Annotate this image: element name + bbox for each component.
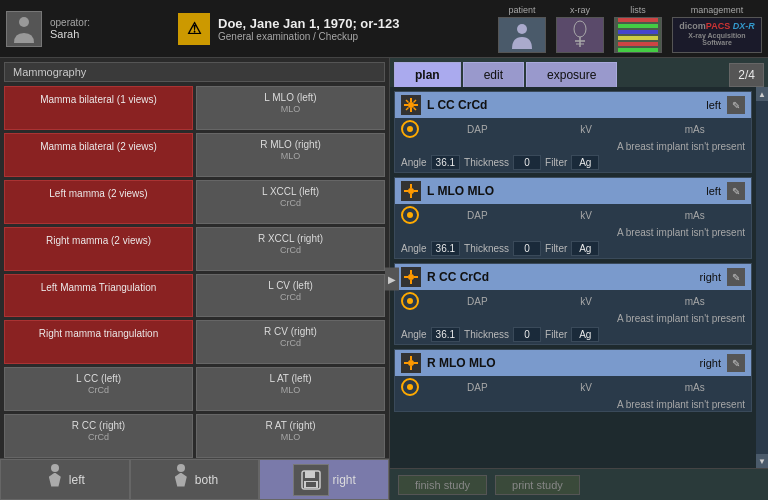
- exp-edit-3[interactable]: ✎: [727, 354, 745, 372]
- xray-nav[interactable]: x-ray: [556, 5, 604, 53]
- operator-label: operator:: [50, 17, 170, 28]
- exp-angle-row-1: Angle 36.1 Thickness 0 Filter Ag: [395, 239, 751, 258]
- both-button[interactable]: both: [130, 459, 260, 500]
- mammography-header: Mammography: [4, 62, 385, 82]
- exp-title-1: L MLO MLO: [427, 184, 700, 198]
- exp-title-2: R CC CrCd: [427, 270, 694, 284]
- thickness-val-2: 0: [513, 327, 541, 342]
- scroll-up[interactable]: ▲: [756, 87, 768, 101]
- lists-nav[interactable]: lists: [614, 5, 662, 53]
- exp-title-0: L CC CrCd: [427, 98, 700, 112]
- mammo-right-label-3: R XCCL (right): [201, 232, 380, 245]
- radiation-icon-0: [401, 95, 421, 115]
- exp-implant-2: A breast implant isn't present: [395, 312, 751, 325]
- thickness-label-1: Thickness: [464, 243, 509, 254]
- mas-label-3: mAs: [644, 382, 745, 393]
- exp-edit-2[interactable]: ✎: [727, 268, 745, 286]
- mammo-btn-4[interactable]: Left Mamma Triangulation: [4, 274, 193, 318]
- mammo-right-6[interactable]: L AT (left) MLO: [196, 367, 385, 411]
- tab-exposure[interactable]: exposure: [526, 62, 617, 87]
- exp-header-0: L CC CrCd left ✎: [395, 92, 751, 118]
- bottom-buttons: left both right: [0, 458, 389, 500]
- mammo-right-1[interactable]: R MLO (right) MLO: [196, 133, 385, 177]
- management-nav[interactable]: management dicomPACS DX-R X-ray Acquisit…: [672, 5, 762, 53]
- print-study-button[interactable]: print study: [495, 475, 580, 495]
- scrollbar[interactable]: ▲ ▼: [756, 87, 768, 468]
- tab-edit[interactable]: edit: [463, 62, 524, 87]
- operator-block: operator: Sarah: [50, 17, 170, 40]
- exp-header-2: R CC CrCd right ✎: [395, 264, 751, 290]
- filter-label-0: Filter: [545, 157, 567, 168]
- exp-angle-row-2: Angle 36.1 Thickness 0 Filter Ag: [395, 325, 751, 344]
- scroll-down[interactable]: ▼: [756, 454, 768, 468]
- mammo-btn-5[interactable]: Right mamma triangulation: [4, 320, 193, 364]
- exp-edit-1[interactable]: ✎: [727, 182, 745, 200]
- thickness-val-1: 0: [513, 241, 541, 256]
- mammo-right-label-2: L XCCL (left): [201, 185, 380, 198]
- mammo-right-sub-6: MLO: [201, 385, 380, 397]
- mammo-btn-0[interactable]: Mamma bilateral (1 views): [4, 86, 193, 130]
- mammo-right-label-0: L MLO (left): [201, 91, 380, 104]
- svg-rect-7: [305, 471, 315, 478]
- operator-icon[interactable]: [6, 11, 42, 47]
- patient-sub: General examination / Checkup: [218, 31, 490, 42]
- xray-thumb[interactable]: [556, 17, 604, 53]
- dap-label-1: DAP: [427, 210, 528, 221]
- angle-label-2: Angle: [401, 329, 427, 340]
- angle-val-1: 36.1: [431, 241, 460, 256]
- filter-val-0: Ag: [571, 155, 599, 170]
- left-btn-label: left: [69, 473, 85, 487]
- mammo-right-sub-1: MLO: [201, 151, 380, 163]
- mammo-btn-2[interactable]: Left mamma (2 views): [4, 180, 193, 224]
- mammo-right-label-5: R CV (right): [201, 325, 380, 338]
- both-btn-label: both: [195, 473, 218, 487]
- svg-point-11: [408, 188, 414, 194]
- mammo-btn-label-6: L CC (left): [9, 372, 188, 385]
- dap-label-0: DAP: [427, 124, 528, 135]
- mammography-grid: Mamma bilateral (1 views) L MLO (left) M…: [0, 86, 389, 458]
- mammo-right-3[interactable]: R XCCL (right) CrCd: [196, 227, 385, 271]
- exposure-item-1: L MLO MLO left ✎ DAP kV mAs A breast imp…: [394, 177, 752, 259]
- mammo-btn-7[interactable]: R CC (right) CrCd: [4, 414, 193, 458]
- exp-header-3: R MLO MLO right ✎: [395, 350, 751, 376]
- mammo-right-7[interactable]: R AT (right) MLO: [196, 414, 385, 458]
- mammo-right-2[interactable]: L XCCL (left) CrCd: [196, 180, 385, 224]
- mammo-btn-3[interactable]: Right mamma (2 views): [4, 227, 193, 271]
- person-both-icon: [171, 464, 191, 496]
- mammo-right-4[interactable]: L CV (left) CrCd: [196, 274, 385, 318]
- left-button[interactable]: left: [0, 459, 130, 500]
- exp-angle-row-0: Angle 36.1 Thickness 0 Filter Ag: [395, 153, 751, 172]
- patient-nav[interactable]: patient: [498, 5, 546, 53]
- left-panel: Mammography Mamma bilateral (1 views) L …: [0, 58, 390, 500]
- lists-thumb[interactable]: [614, 17, 662, 53]
- kv-label-3: kV: [536, 382, 637, 393]
- angle-label-0: Angle: [401, 157, 427, 168]
- filter-label-2: Filter: [545, 329, 567, 340]
- right-btn-label: right: [333, 473, 356, 487]
- mammo-right-0[interactable]: L MLO (left) MLO: [196, 86, 385, 130]
- exp-row-dap-2: DAP kV mAs: [395, 290, 751, 312]
- expand-arrow[interactable]: ▶: [385, 268, 399, 291]
- tab-plan[interactable]: plan: [394, 62, 461, 87]
- mammo-right-label-6: L AT (left): [201, 372, 380, 385]
- patient-info: Doe, Jane Jan 1, 1970; or-123 General ex…: [218, 16, 490, 42]
- mammo-btn-6[interactable]: L CC (left) CrCd: [4, 367, 193, 411]
- exp-side-3: right: [700, 357, 721, 369]
- mammo-right-label-1: R MLO (right): [201, 138, 380, 151]
- mammo-btn-1[interactable]: Mamma bilateral (2 views): [4, 133, 193, 177]
- mas-label-1: mAs: [644, 210, 745, 221]
- mas-label-2: mAs: [644, 296, 745, 307]
- rad-badge-2: [401, 292, 419, 310]
- right-button[interactable]: right: [259, 459, 389, 500]
- patient-thumb[interactable]: [498, 17, 546, 53]
- angle-val-0: 36.1: [431, 155, 460, 170]
- rad-badge-1: [401, 206, 419, 224]
- radiation-icon-2: [401, 267, 421, 287]
- exp-edit-0[interactable]: ✎: [727, 96, 745, 114]
- thickness-label-0: Thickness: [464, 157, 509, 168]
- mgmt-thumb[interactable]: dicomPACS DX-R X-ray Acquisition Softwar…: [672, 17, 762, 53]
- mammo-right-5[interactable]: R CV (right) CrCd: [196, 320, 385, 364]
- mammo-right-sub-4: CrCd: [201, 292, 380, 304]
- finish-study-button[interactable]: finish study: [398, 475, 487, 495]
- radiation-icon-3: [401, 353, 421, 373]
